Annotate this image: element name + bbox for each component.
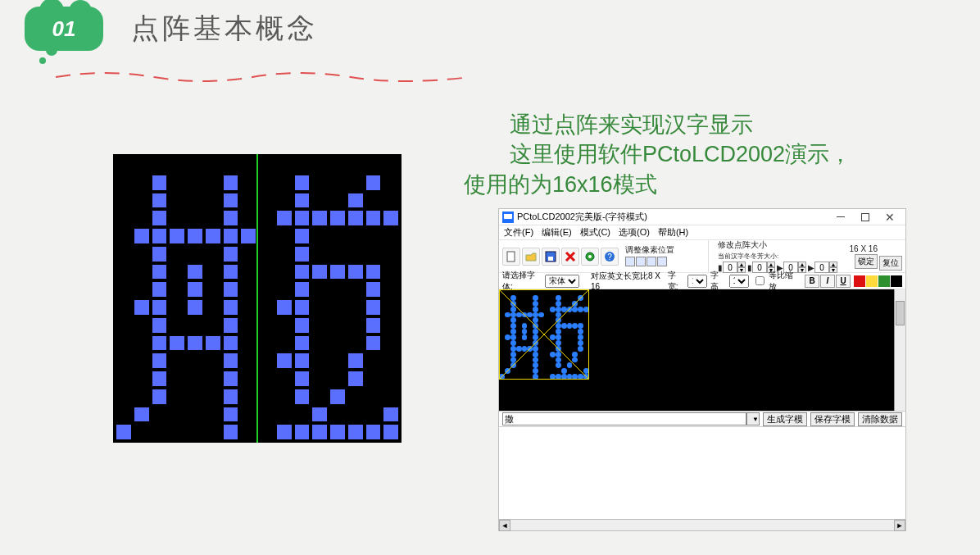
matrix-cell <box>224 407 238 422</box>
help-icon[interactable]: ? <box>601 248 619 266</box>
chapter-number: 01 <box>52 16 76 42</box>
matrix-cell <box>348 265 363 280</box>
text-dropdown-button[interactable]: ▼ <box>746 412 760 425</box>
matrix-cell <box>206 157 220 172</box>
move-icons[interactable] <box>625 257 668 268</box>
matrix-cell <box>241 425 256 439</box>
matrix-cell <box>259 282 274 297</box>
preview-canvas[interactable] <box>499 289 905 411</box>
matrix-cell <box>116 407 131 422</box>
delete-icon[interactable] <box>561 248 579 266</box>
settings-icon[interactable] <box>581 248 599 266</box>
matrix-cell <box>348 353 363 368</box>
scroll-left-icon[interactable]: ◄ <box>499 520 510 531</box>
matrix-cell <box>206 318 220 333</box>
matrix-cell <box>170 193 184 208</box>
matrix-cell <box>295 371 310 386</box>
new-file-icon[interactable] <box>502 248 520 266</box>
matrix-cell <box>383 211 398 225</box>
italic-button[interactable]: I <box>820 275 835 288</box>
matrix-cell <box>206 336 220 351</box>
matrix-cell <box>116 336 131 351</box>
matrix-cell <box>134 353 149 368</box>
matrix-cell <box>312 425 327 439</box>
minimize-button[interactable] <box>828 209 853 225</box>
lock-button[interactable]: 锁定 <box>855 254 878 269</box>
matrix-cell <box>348 247 363 262</box>
save-glyph-button[interactable]: 保存字模 <box>810 412 855 426</box>
matrix-cell <box>116 389 131 404</box>
adjust-pixel-label: 调整像素位置 <box>625 244 674 256</box>
matrix-cell <box>295 407 310 422</box>
aux-color-swatch[interactable] <box>878 275 890 287</box>
clear-data-button[interactable]: 清除数据 <box>858 412 902 426</box>
matrix-cell <box>134 175 149 190</box>
matrix-cell <box>383 336 398 351</box>
canvas-vscrollbar[interactable] <box>894 289 905 411</box>
underline-button[interactable]: U <box>836 275 851 288</box>
matrix-cell <box>383 407 398 422</box>
matrix-cell <box>330 193 345 208</box>
matrix-cell <box>241 300 256 315</box>
matrix-cell <box>152 371 167 386</box>
matrix-cell <box>134 229 149 243</box>
char-height-select[interactable]: 16 <box>729 275 749 288</box>
matrix-cell <box>366 247 381 262</box>
matrix-cell <box>330 336 345 351</box>
matrix-cell <box>330 407 345 422</box>
matrix-cell <box>330 229 345 243</box>
matrix-cell <box>224 425 238 439</box>
matrix-cell <box>277 265 292 280</box>
text-input[interactable] <box>502 412 746 425</box>
scroll-right-icon[interactable]: ► <box>894 520 905 531</box>
matrix-cell <box>312 229 327 243</box>
matrix-cell <box>152 353 167 368</box>
generate-button[interactable]: 生成字模 <box>763 412 807 426</box>
matrix-cell <box>366 211 381 225</box>
canvas-bg-swatch[interactable] <box>891 275 902 287</box>
matrix-cell <box>134 282 149 297</box>
matrix-cell <box>224 371 238 386</box>
menu-edit[interactable]: 编辑(E) <box>542 226 572 239</box>
matrix-cell <box>366 389 381 404</box>
save-icon[interactable] <box>542 248 560 266</box>
menu-mode[interactable]: 模式(C) <box>580 226 610 239</box>
bg-color-swatch[interactable] <box>866 275 878 287</box>
close-button[interactable]: ✕ <box>878 209 902 225</box>
height-bottom-spin[interactable]: ▶▲▼ <box>808 262 837 273</box>
open-file-icon[interactable] <box>522 248 540 266</box>
slide-header: 01 点阵基本概念 <box>0 0 980 82</box>
command-row: ▼ 生成字模 保存字模 清除数据 <box>499 411 905 427</box>
matrix-cell <box>170 282 184 297</box>
reset-button[interactable]: 复位 <box>879 256 902 271</box>
matrix-cell <box>116 175 131 190</box>
output-textarea[interactable]: ◄ ► <box>499 427 905 530</box>
matrix-cell <box>152 336 167 351</box>
maximize-button[interactable] <box>853 209 878 225</box>
matrix-cell <box>134 193 149 208</box>
matrix-cell <box>366 318 381 333</box>
bold-button[interactable]: B <box>805 275 819 288</box>
char-width-select[interactable]: 16 <box>687 275 707 288</box>
output-hscrollbar[interactable]: ◄ ► <box>499 519 905 530</box>
matrix-cell <box>134 247 149 262</box>
matrix-cell <box>134 211 149 225</box>
matrix-cell <box>277 229 292 243</box>
matrix-cell <box>312 318 327 333</box>
matrix-cell <box>188 282 202 297</box>
font-select[interactable]: 宋体 <box>545 275 579 288</box>
matrix-cell <box>259 318 274 333</box>
menu-help[interactable]: 帮助(H) <box>658 226 688 239</box>
matrix-cell <box>224 229 238 243</box>
slide-title: 点阵基本概念 <box>131 10 318 48</box>
matrix-cell <box>134 300 149 315</box>
matrix-cell <box>330 425 345 439</box>
resize-label: 修改点阵大小 <box>718 239 767 251</box>
matrix-cell <box>312 211 327 225</box>
fg-color-swatch[interactable] <box>854 275 865 287</box>
matrix-cell <box>259 157 274 172</box>
matrix-cell <box>152 265 167 280</box>
menu-file[interactable]: 文件(F) <box>504 226 533 239</box>
menu-options[interactable]: 选项(O) <box>619 226 650 239</box>
matrix-cell <box>224 247 238 262</box>
